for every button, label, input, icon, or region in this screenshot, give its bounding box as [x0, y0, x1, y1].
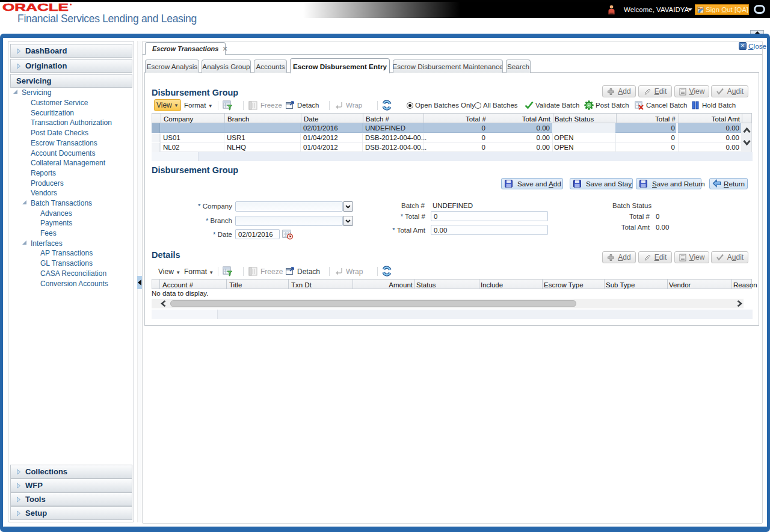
- svg-text:ORACLE: ORACLE: [2, 2, 69, 12]
